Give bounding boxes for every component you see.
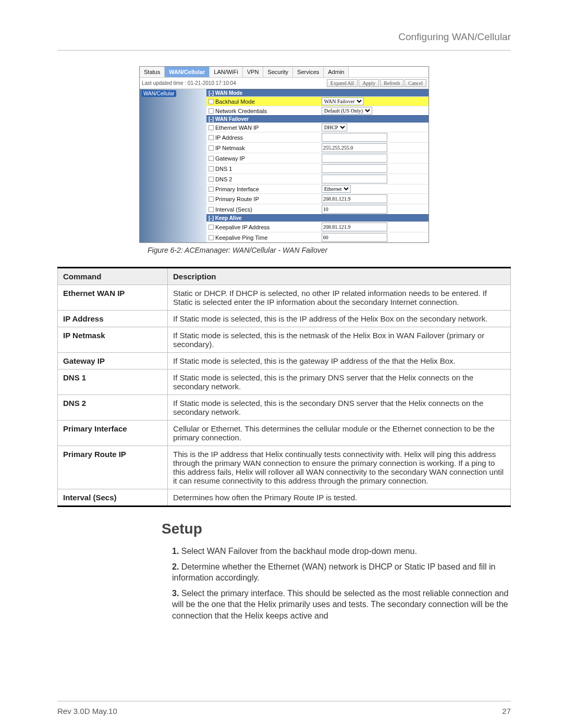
field-select[interactable]: Default (US Only) — [322, 107, 372, 115]
field-input[interactable] — [322, 143, 387, 152]
field-input[interactable] — [322, 233, 387, 242]
rule-top — [57, 50, 511, 51]
table-row: DNS 1If Static mode is selected, this is… — [58, 369, 511, 395]
field-input[interactable] — [322, 133, 387, 142]
expand-icon[interactable] — [209, 177, 214, 182]
cell-description: Cellular or Ethernet. This determines th… — [168, 421, 511, 446]
table-row: IP AddressIf Static mode is selected, th… — [58, 311, 511, 327]
cell-command: DNS 2 — [58, 395, 168, 421]
expand-icon[interactable] — [209, 235, 214, 240]
tab-status[interactable]: Status — [140, 67, 165, 77]
cell-command: Gateway IP — [58, 353, 168, 369]
cell-description: If Static mode is selected, this is the … — [168, 369, 511, 395]
cell-command: Interval (Secs) — [58, 489, 168, 507]
expand-icon[interactable] — [209, 145, 214, 151]
expand-icon[interactable] — [209, 99, 214, 104]
cell-description: Static or DHCP. If DHCP is selected, no … — [168, 285, 511, 311]
cell-description: If Static mode is selected, this is the … — [168, 327, 511, 353]
last-updated: Last updated time : 01-21-2010 17:10:04 — [142, 80, 236, 86]
section-header[interactable]: [-] Keep Alive — [206, 214, 429, 221]
apply-button[interactable]: Apply — [359, 79, 379, 87]
cancel-button[interactable]: Cancel — [405, 79, 426, 87]
section-header[interactable]: [-] WAN Mode — [206, 89, 429, 96]
section-header[interactable]: [-] WAN Failover — [206, 115, 429, 122]
field-input[interactable] — [322, 154, 387, 163]
tab-admin[interactable]: Admin — [324, 67, 349, 77]
cell-description: If Static mode is selected, this is the … — [168, 353, 511, 369]
page-number: 27 — [502, 707, 511, 715]
command-table: Command Description Ethernet WAN IPStati… — [57, 267, 511, 507]
cell-command: IP Address — [58, 311, 168, 327]
figure-caption: Figure 6-2: ACEmanager: WAN/Cellular - W… — [139, 243, 429, 264]
tab-security[interactable]: Security — [263, 67, 293, 77]
field-label: DNS 1 — [215, 166, 232, 172]
field-select[interactable]: WAN Failover — [322, 97, 364, 105]
field-label: Gateway IP — [215, 155, 245, 162]
setup-steps: 1. Select WAN Failover from the backhaul… — [172, 546, 511, 622]
expand-icon[interactable] — [209, 187, 214, 192]
col-command: Command — [58, 268, 168, 285]
tab-bar: StatusWAN/CellularLAN/WiFiVPNSecuritySer… — [140, 67, 429, 78]
expand-icon[interactable] — [209, 166, 214, 171]
field-label: Primary Route IP — [215, 196, 259, 202]
expand-icon[interactable] — [209, 225, 214, 230]
cell-command: DNS 1 — [58, 369, 168, 395]
table-row: Primary InterfaceCellular or Ethernet. T… — [58, 421, 511, 446]
field-label: Keepalive Ping Time — [215, 235, 267, 241]
field-input[interactable] — [322, 194, 387, 203]
refresh-button[interactable]: Refresh — [380, 79, 403, 87]
field-label: DNS 2 — [215, 176, 232, 182]
setup-step: 3. Select the primary interface. This sh… — [172, 588, 511, 622]
rev-label: Rev 3.0D May.10 — [57, 707, 117, 715]
acemanager-screenshot: StatusWAN/CellularLAN/WiFiVPNSecuritySer… — [139, 66, 429, 243]
tab-services[interactable]: Services — [293, 67, 324, 77]
expand-icon[interactable] — [209, 156, 214, 161]
col-description: Description — [168, 268, 511, 285]
table-row: Primary Route IPThis is the IP address t… — [58, 446, 511, 489]
page-title: Configuring WAN/Cellular — [57, 31, 511, 43]
expand-icon[interactable] — [209, 135, 214, 140]
tab-vpn[interactable]: VPN — [243, 67, 264, 77]
setup-step: 2. Determine whether the Ethernet (WAN) … — [172, 561, 511, 584]
field-label: Interval (Secs) — [215, 206, 252, 213]
cell-command: Ethernet WAN IP — [58, 285, 168, 311]
field-select[interactable]: Ethernet — [322, 185, 351, 193]
table-row: IP NetmaskIf Static mode is selected, th… — [58, 327, 511, 353]
field-input[interactable] — [322, 175, 387, 183]
setup-step: 1. Select WAN Failover from the backhaul… — [172, 546, 511, 557]
table-row: DNS 2If Static mode is selected, this is… — [58, 395, 511, 421]
field-label: Ethernet WAN IP — [215, 125, 259, 131]
field-label: IP Netmask — [215, 145, 245, 151]
field-select[interactable]: DHCP — [322, 124, 347, 131]
field-input[interactable] — [322, 164, 387, 173]
field-input[interactable] — [322, 223, 387, 231]
cell-command: IP Netmask — [58, 327, 168, 353]
field-label: Keepalive IP Address — [215, 224, 270, 230]
cell-command: Primary Interface — [58, 421, 168, 446]
table-row: Ethernet WAN IPStatic or DHCP. If DHCP i… — [58, 285, 511, 311]
cell-description: If Static mode is selected, this is the … — [168, 311, 511, 327]
expand-all-button[interactable]: Expand All — [327, 79, 358, 87]
expand-icon[interactable] — [209, 196, 214, 202]
expand-icon[interactable] — [209, 108, 214, 114]
setup-heading: Setup — [162, 521, 511, 537]
table-row: Gateway IPIf Static mode is selected, th… — [58, 353, 511, 369]
sidebar-item-wan-cellular[interactable]: WAN/Cellular — [142, 90, 176, 97]
tab-wan-cellular[interactable]: WAN/Cellular — [165, 67, 210, 77]
cell-command: Primary Route IP — [58, 446, 168, 489]
field-label: Network Credentials — [215, 108, 267, 114]
tab-lan-wifi[interactable]: LAN/WiFi — [210, 67, 242, 77]
cell-description: This is the IP address that Helix contin… — [168, 446, 511, 489]
field-label: Primary Interface — [215, 186, 259, 192]
field-input[interactable] — [322, 205, 387, 214]
field-label: IP Address — [215, 134, 243, 141]
cell-description: Determines how often the Primary Route I… — [168, 489, 511, 507]
table-row: Interval (Secs)Determines how often the … — [58, 489, 511, 507]
expand-icon[interactable] — [209, 125, 214, 130]
expand-icon[interactable] — [209, 207, 214, 212]
field-label: Backhaul Mode — [215, 98, 255, 105]
cell-description: If Static mode is selected, this is the … — [168, 395, 511, 421]
